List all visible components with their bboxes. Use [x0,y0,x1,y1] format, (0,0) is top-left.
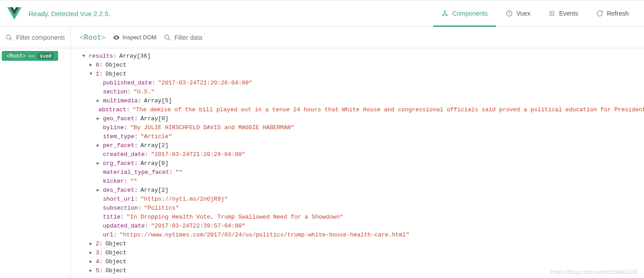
components-icon [441,10,448,17]
svg-point-15 [165,35,169,39]
events-icon [548,10,555,17]
data-row[interactable]: short_url:"https://nyti.ms/2nOjR9j" [71,195,644,204]
data-row[interactable]: 1:Object [71,70,644,79]
component-tree-root[interactable]: <Root> == $vm0 [2,51,58,61]
data-row[interactable]: material_type_facet:"" [71,168,644,177]
content-toolbar: <Root> Inspect DOM [71,27,644,48]
data-row[interactable]: results:Array[36] [71,52,644,61]
data-row[interactable]: byline:"By JULIE HIRSCHFELD DAVIS and MA… [71,123,644,132]
filter-components-input[interactable] [16,34,65,41]
tab-vuex[interactable]: Vuex [498,0,538,27]
sidebar: <Root> == $vm0 [0,27,71,278]
tab-label: Vuex [516,10,530,17]
arrow-icon[interactable] [89,70,93,79]
data-row[interactable]: 3:Object [71,249,644,257]
data-row[interactable]: title:"In Dropping Health Vote, Trump Sw… [71,213,644,222]
main-area: <Root> == $vm0 <Root> Inspect DOM result… [0,27,644,278]
inspect-label: Inspect DOM [123,34,157,41]
svg-point-8 [551,13,553,14]
data-row[interactable]: section:"U.S." [71,88,644,97]
svg-point-4 [550,11,551,13]
svg-point-12 [553,15,554,16]
svg-point-14 [115,37,117,38]
data-row[interactable]: published_date:"2017-03-24T21:20:26-04:0… [71,79,644,88]
data-panel: results:Array[36] 0:Object 1:Object publ… [71,48,644,278]
svg-point-13 [6,35,10,39]
data-row[interactable]: des_facet:Array[2] [71,186,644,195]
search-icon [164,34,171,41]
filter-components-bar [0,27,70,48]
content-panel: <Root> Inspect DOM results:Array[36] 0:O… [71,27,644,278]
tab-events[interactable]: Events [540,0,586,27]
data-row[interactable]: updated_date:"2017-03-24T22:39:57-04:00" [71,222,644,231]
current-component: <Root> [80,33,106,42]
data-row[interactable]: 0:Object [71,61,644,70]
status-text: Ready. Detected Vue 2.2.5. [29,10,433,17]
svg-point-7 [550,13,551,14]
tab-refresh[interactable]: Refresh [588,0,637,27]
data-row[interactable]: org_facet:Array[0] [71,159,644,168]
vm-badge: $vm0 [38,53,54,59]
svg-point-11 [551,15,553,16]
header-bar: Ready. Detected Vue 2.2.5. Components Vu… [0,0,644,27]
filter-data-input[interactable] [175,34,253,41]
vue-logo-icon [7,6,21,21]
data-row[interactable]: subsection:"Politics" [71,204,644,213]
angle-open: < [6,53,9,59]
arrow-icon[interactable] [96,97,100,105]
arrow-icon[interactable] [96,141,100,150]
svg-point-0 [444,11,446,12]
watermark: https://blog.csdn.net/ccf19881030 [551,269,638,275]
arrow-icon[interactable] [89,257,93,266]
arrow-icon[interactable] [89,240,93,249]
data-row[interactable]: multimedia:Array[5] [71,97,644,105]
arrow-icon[interactable] [96,114,100,123]
arrow-icon[interactable] [96,186,100,195]
eye-icon [113,34,120,41]
arrow-icon[interactable] [89,266,93,275]
data-row[interactable]: 4:Object [71,257,644,266]
tab-bar: Components Vuex Events Refresh [433,0,637,27]
vuex-icon [506,10,513,17]
arrow-icon[interactable] [96,159,100,168]
arrow-icon[interactable] [89,61,93,70]
inspect-dom-button[interactable]: Inspect DOM [113,34,157,41]
data-row[interactable]: item_type:"Article" [71,132,644,141]
tab-components[interactable]: Components [433,0,495,27]
tab-label: Refresh [607,10,629,17]
data-row[interactable]: created_date:"2017-03-24T21:20:26-04:00" [71,150,644,159]
filter-data-bar [164,34,253,41]
angle-close: > [22,53,26,59]
arrow-icon[interactable] [89,249,93,257]
eq-sign: == [28,53,34,59]
svg-point-10 [550,15,551,16]
data-row[interactable]: per_facet:Array[2] [71,141,644,150]
tab-label: Events [559,10,578,17]
svg-point-9 [553,13,554,14]
root-name: Root [9,53,22,59]
data-row[interactable]: abstract:"The demise of the bill played … [71,105,644,114]
tab-label: Components [452,10,487,17]
data-row[interactable]: url:"https://www.nytimes.com/2017/03/24/… [71,231,644,240]
svg-point-5 [551,11,553,13]
data-row[interactable]: geo_facet:Array[0] [71,114,644,123]
svg-point-6 [553,11,554,13]
data-row[interactable]: kicker:"" [71,177,644,186]
data-row[interactable]: 2:Object [71,240,644,249]
arrow-icon[interactable] [81,52,86,61]
search-icon [5,34,13,41]
refresh-icon [596,10,603,17]
